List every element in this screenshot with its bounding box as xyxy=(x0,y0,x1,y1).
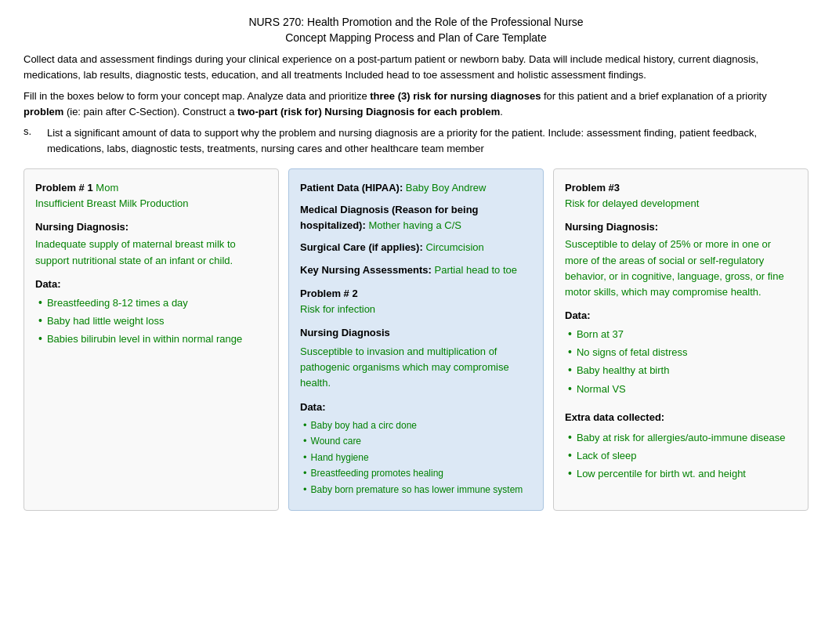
list-item: Normal VS xyxy=(568,382,797,397)
problem1-card: Problem # 1 Mom Insufficient Breast Milk… xyxy=(24,168,279,511)
intro-paragraph1: Collect data and assessment findings dur… xyxy=(24,52,808,82)
list-item: Breastfeeding 8-12 times a day xyxy=(38,295,267,311)
problem3-diag-header: Nursing Diagnosis: xyxy=(565,219,797,235)
extra-data-section: Extra data collected: Baby at risk for a… xyxy=(565,410,797,483)
list-item: Baby boy had a circ done xyxy=(303,418,532,433)
list-item: Low percentile for birth wt. and height xyxy=(568,466,797,482)
instruction-row: s. List a significant amount of data to … xyxy=(24,125,808,156)
list-item: Baby had little weight loss xyxy=(38,313,267,329)
nursing-row: Key Nursing Assessments: Partial head to… xyxy=(300,262,532,278)
problem2-data-list: Baby boy had a circ done Wound care Hand… xyxy=(300,418,532,497)
medical-row: Medical Diagnosis (Reason for being hosp… xyxy=(300,202,532,233)
hipaa-row: Patient Data (HIPAA): Baby Boy Andrew xyxy=(300,180,532,196)
problem3-name: Risk for delayed development xyxy=(565,196,797,212)
problem2-data-label: Data: xyxy=(300,400,532,415)
list-item: No signs of fetal distress xyxy=(568,345,797,360)
list-item: Lack of sleep xyxy=(568,448,797,464)
list-item: Wound care xyxy=(303,434,532,449)
problem1-diag-header: Nursing Diagnosis: xyxy=(35,219,267,235)
instruction-text: List a significant amount of data to sup… xyxy=(47,125,808,156)
page-title: NURS 270: Health Promotion and the Role … xyxy=(24,16,808,28)
list-item: Baby born premature so has lower immune … xyxy=(303,483,532,497)
problem3-header: Problem #3 xyxy=(565,180,797,196)
page-subtitle: Concept Mapping Process and Plan of Care… xyxy=(24,31,808,44)
patient-data-card: Patient Data (HIPAA): Baby Boy Andrew Me… xyxy=(288,168,544,511)
list-item: Born at 37 xyxy=(568,327,797,342)
problem1-header: Problem # 1 Mom xyxy=(35,180,267,196)
list-item: Hand hygiene xyxy=(303,450,532,465)
problem1-sub: Insufficient Breast Milk Production xyxy=(35,196,267,212)
problem1-data-list: Breastfeeding 8-12 times a day Baby had … xyxy=(35,295,267,347)
list-item: Baby at risk for allergies/auto-immune d… xyxy=(568,430,797,446)
list-item: Breastfeeding promotes healing xyxy=(303,466,532,481)
problem1-diag-text: Inadequate supply of maternal breast mil… xyxy=(35,237,267,268)
problem3-card: Problem #3 Risk for delayed development … xyxy=(553,168,808,511)
surgical-row: Surgical Care (if applies): Circumcision xyxy=(300,240,532,255)
concept-grid: Problem # 1 Mom Insufficient Breast Milk… xyxy=(24,168,808,511)
problem1-data-label: Data: xyxy=(35,277,267,292)
instruction-num: s. xyxy=(24,125,47,137)
extra-data-list: Baby at risk for allergies/auto-immune d… xyxy=(565,430,797,482)
intro-paragraph2: Fill in the boxes below to form your con… xyxy=(24,89,808,119)
problem3-data-list: Born at 37 No signs of fetal distress Ba… xyxy=(565,327,797,397)
problem3-diag-text: Susceptible to delay of 25% or more in o… xyxy=(565,237,797,300)
problem2-section: Problem # 2 Risk for infection Nursing D… xyxy=(300,286,532,497)
extra-data-header: Extra data collected: xyxy=(565,410,797,425)
list-item: Baby healthy at birth xyxy=(568,363,797,378)
problem2-diag-text: Susceptible to invasion and multiplicati… xyxy=(300,344,532,391)
problem2-header: Problem # 2 xyxy=(300,286,532,302)
problem2-diag-header: Nursing Diagnosis xyxy=(300,325,532,341)
list-item: Babies bilirubin level in within normal … xyxy=(38,331,267,347)
problem2-name: Risk for infection xyxy=(300,302,532,317)
problem3-data-label: Data: xyxy=(565,308,797,324)
